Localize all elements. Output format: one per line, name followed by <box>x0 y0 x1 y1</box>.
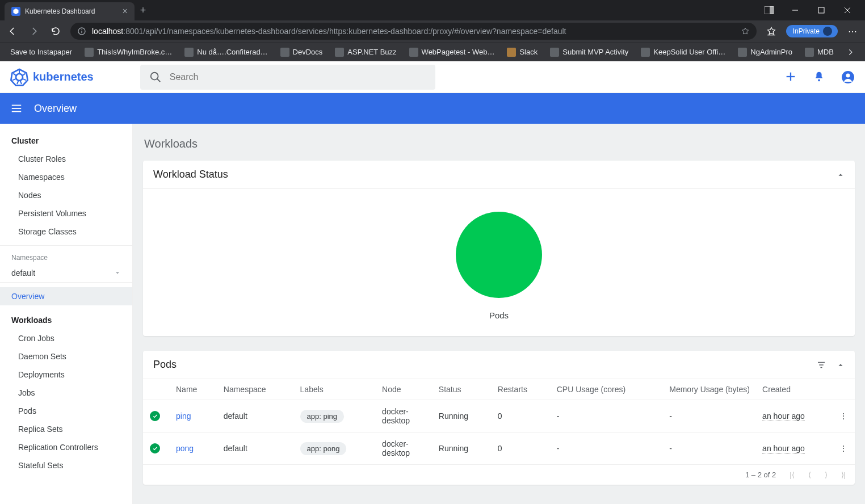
col-status[interactable]: Status <box>432 379 491 400</box>
col-labels[interactable]: Labels <box>293 379 376 400</box>
collapse-icon[interactable] <box>837 171 845 179</box>
cell-cpu: - <box>550 432 663 465</box>
sidebar-item[interactable]: Namespaces <box>0 168 132 186</box>
bookmark-icon <box>550 48 559 57</box>
minimize-button[interactable] <box>782 1 808 19</box>
bookmark-item[interactable]: Slack <box>502 45 542 59</box>
menu-toggle-icon[interactable] <box>10 102 23 115</box>
status-ok-icon <box>150 411 160 421</box>
cell-namespace: default <box>217 400 293 432</box>
bookmarks-more-icon[interactable] <box>842 46 859 58</box>
pods-table: Name Namespace Labels Node Status Restar… <box>143 379 855 464</box>
page-last-icon[interactable]: ⟩| <box>841 471 846 479</box>
more-menu-icon[interactable]: ⋯ <box>846 26 859 37</box>
bookmark-icon <box>280 48 289 57</box>
cell-node: docker-desktop <box>375 400 432 432</box>
pods-card: Pods Name Namespace Labels Node Status R… <box>143 351 855 485</box>
sidebar-item[interactable]: Replica Sets <box>0 420 132 438</box>
kubernetes-logo[interactable]: kubernetes <box>10 68 94 86</box>
site-info-icon[interactable] <box>77 27 86 36</box>
sidebar-item-overview[interactable]: Overview <box>0 287 132 305</box>
bookmark-item[interactable]: Nu då….Confiterad… <box>180 45 272 59</box>
bookmark-item[interactable]: NgAdminPro <box>733 45 797 59</box>
page-title-bar: Overview <box>0 93 865 124</box>
user-icon[interactable] <box>841 70 855 84</box>
sidebar-item[interactable]: Cluster Roles <box>0 150 132 168</box>
svg-point-9 <box>81 29 82 30</box>
notifications-icon[interactable] <box>813 70 825 84</box>
search-input[interactable] <box>170 72 426 82</box>
col-name[interactable]: Name <box>169 379 217 400</box>
sidebar-item[interactable]: Stateful Sets <box>0 456 132 474</box>
bookmark-icon <box>738 48 747 57</box>
svg-rect-4 <box>818 7 824 13</box>
app-header: kubernetes <box>0 61 865 93</box>
svg-line-16 <box>20 80 22 83</box>
bookmark-item[interactable]: Submit MVP Activity <box>545 45 633 59</box>
filter-icon[interactable] <box>816 360 826 370</box>
col-mem[interactable]: Memory Usage (bytes) <box>662 379 755 400</box>
col-restarts[interactable]: Restarts <box>491 379 550 400</box>
forward-button[interactable] <box>27 26 41 36</box>
namespace-label: Namespace <box>0 245 132 264</box>
sidebar-item[interactable]: Daemon Sets <box>0 347 132 366</box>
row-menu-icon[interactable]: ⋮ <box>832 432 855 465</box>
sidebar-group-cluster[interactable]: Cluster <box>0 132 132 150</box>
sidebar-item[interactable]: Persistent Volumes <box>0 204 132 222</box>
url-input[interactable]: localhost:8001/api/v1/namespaces/kuberne… <box>70 23 757 40</box>
page-first-icon[interactable]: |⟨ <box>790 471 794 479</box>
favorites-icon[interactable] <box>765 26 778 36</box>
refresh-button[interactable] <box>49 26 62 36</box>
sidebar-item[interactable]: Deployments <box>0 366 132 384</box>
col-node[interactable]: Node <box>375 379 432 400</box>
bookmark-item[interactable]: ThisIsWhyImBroke.c… <box>80 45 177 59</box>
collapse-icon[interactable] <box>837 361 845 369</box>
namespace-value: default <box>11 268 35 278</box>
svg-marker-0 <box>14 9 19 14</box>
cell-created: an hour ago <box>755 400 832 432</box>
sidebar-item[interactable]: Jobs <box>0 384 132 402</box>
search-box[interactable] <box>140 65 435 90</box>
sidebar-group-workloads[interactable]: Workloads <box>0 311 132 329</box>
sidebar: Cluster Cluster RolesNamespacesNodesPers… <box>0 124 133 504</box>
star-outline-icon[interactable] <box>741 27 750 36</box>
bookmark-icon <box>85 48 94 57</box>
close-window-button[interactable] <box>834 1 860 19</box>
pods-status-chart <box>456 212 542 298</box>
sidebar-item[interactable]: Storage Classes <box>0 222 132 241</box>
bookmark-icon <box>409 48 418 57</box>
namespace-select[interactable]: default <box>0 264 132 283</box>
bookmark-item[interactable]: KeepSolid User Offi… <box>636 45 730 59</box>
cell-status: Running <box>432 432 491 465</box>
page-next-icon[interactable]: ⟩ <box>825 471 828 479</box>
tab-close-icon[interactable]: × <box>122 6 127 16</box>
sidebar-item[interactable]: Pods <box>0 402 132 420</box>
other-favorites[interactable]: Other favorites <box>862 45 865 59</box>
col-cpu[interactable]: CPU Usage (cores) <box>550 379 663 400</box>
bookmark-item[interactable]: Save to Instapaper <box>6 45 77 58</box>
bookmark-item[interactable]: WebPagetest - Web… <box>405 45 499 59</box>
back-button[interactable] <box>6 26 19 36</box>
new-tab-button[interactable]: + <box>140 5 146 16</box>
row-menu-icon[interactable]: ⋮ <box>832 400 855 432</box>
sidebar-item[interactable]: Nodes <box>0 186 132 204</box>
browser-tab[interactable]: Kubernetes Dashboard × <box>5 2 135 20</box>
sidebar-item[interactable]: Cron Jobs <box>0 329 132 347</box>
col-namespace[interactable]: Namespace <box>217 379 293 400</box>
maximize-button[interactable] <box>808 1 834 19</box>
cell-created: an hour ago <box>755 432 832 465</box>
page-prev-icon[interactable]: ⟨ <box>808 471 811 479</box>
pod-link[interactable]: ping <box>176 411 191 421</box>
url-text: localhost:8001/api/v1/namespaces/kuberne… <box>92 27 735 36</box>
bookmark-item[interactable]: ASP.NET Buzz <box>330 45 401 59</box>
bookmark-item[interactable]: DevDocs <box>276 45 327 59</box>
pod-link[interactable]: pong <box>176 444 194 453</box>
bookmark-item[interactable]: MDB <box>800 45 838 59</box>
inprivate-badge[interactable]: InPrivate <box>786 25 838 37</box>
reader-icon[interactable] <box>756 1 782 19</box>
col-created[interactable]: Created <box>755 379 832 400</box>
sidebar-item[interactable]: Replication Controllers <box>0 438 132 456</box>
bookmark-icon <box>335 48 344 57</box>
create-button[interactable] <box>784 70 797 84</box>
cell-mem: - <box>662 400 755 432</box>
